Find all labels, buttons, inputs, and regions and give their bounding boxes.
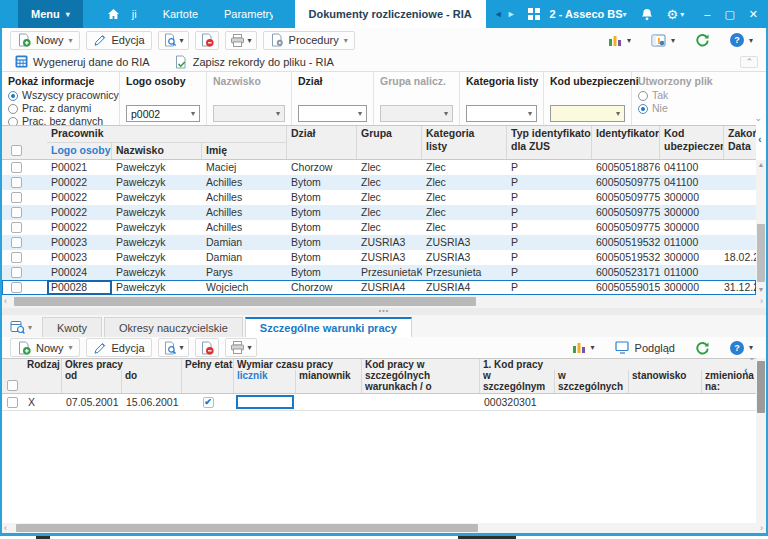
cell-kod1-charakterze[interactable]: 000320301 — [480, 394, 555, 411]
detail-table-row[interactable]: X 07.05.2001 15.06.2001 000320301 — [2, 394, 756, 411]
employee-cell[interactable]: Pawełczyk — [112, 160, 202, 175]
employee-cell[interactable]: Bytom — [287, 205, 357, 220]
row-checkbox[interactable] — [11, 237, 22, 248]
tab-kwoty[interactable]: Kwoty — [42, 317, 102, 337]
minimize-button[interactable]: – — [704, 8, 710, 21]
detail-search-button[interactable]: ▾ — [158, 338, 189, 357]
employee-cell[interactable]: Pawełczyk — [112, 280, 202, 295]
tab-scroll-right-icon[interactable]: ► — [507, 9, 516, 19]
column-header-licznik[interactable]: licznik — [234, 370, 296, 393]
logo-osoby-combobox[interactable]: p0002▾ — [126, 105, 200, 122]
employee-cell[interactable]: Damian — [202, 235, 287, 250]
kod-ubezpieczenia-combobox[interactable]: ▾ — [550, 105, 625, 122]
employee-cell[interactable]: Pawełczyk — [112, 205, 202, 220]
column-header-do[interactable]: do — [122, 370, 182, 393]
cell-zmieniona[interactable] — [702, 394, 756, 411]
column-header-w-szczegolnym-charakterze[interactable]: w szczególnymcharakterze — [480, 370, 555, 393]
employee-cell[interactable]: Bytom — [287, 190, 357, 205]
kategoria-combobox[interactable]: ▾ — [466, 105, 537, 122]
employee-cell[interactable]: 60050519532 — [592, 235, 660, 250]
chart-button[interactable]: ▾ — [603, 31, 636, 50]
generate-ria-button[interactable]: Wygeneruj dane do RIA — [10, 52, 155, 71]
column-header-pracownik[interactable]: Pracownik — [47, 126, 287, 143]
employee-cell[interactable]: Achilles — [202, 205, 287, 220]
column-header-logo-osoby[interactable]: Logo osoby — [47, 143, 112, 159]
column-header-kategoria-listy[interactable]: Kategorialisty — [422, 126, 507, 159]
employee-cell[interactable]: Pawełczyk — [112, 175, 202, 190]
employee-row[interactable]: P00021PawełczykMaciejChorzowZlecZlecP600… — [2, 160, 756, 175]
employee-cell[interactable]: 60050523171 — [592, 265, 660, 280]
employee-cell[interactable]: Zlec — [422, 220, 507, 235]
row-checkbox[interactable] — [11, 207, 22, 218]
pokaz-radio[interactable] — [8, 104, 18, 114]
column-header-w-szczegolnych-warunkach[interactable]: w szczególnychwarunkach — [555, 370, 629, 393]
employee-cell[interactable]: Przesunieta — [422, 265, 507, 280]
employee-cell[interactable]: 011000 — [660, 235, 724, 250]
column-header-dzial[interactable]: Dział — [287, 126, 357, 159]
tab-szczegolne-warunki-pracy[interactable]: Szczególne warunki pracy — [245, 317, 412, 337]
employee-cell[interactable]: P — [507, 265, 592, 280]
expand-panel-icon[interactable]: ⌄ — [754, 113, 762, 123]
employee-cell[interactable] — [724, 220, 756, 235]
search-button[interactable]: ▾ — [158, 31, 189, 50]
truncated-tab[interactable]: ji — [132, 8, 137, 20]
employee-cell[interactable]: Achilles — [202, 220, 287, 235]
employee-row[interactable]: P00023PawełczykDamianBytomZUSRIA3ZUSRIA3… — [2, 235, 756, 250]
utworzony-radio[interactable] — [638, 91, 648, 101]
employee-cell[interactable] — [724, 235, 756, 250]
tab-parametry[interactable]: Parametry - wprowadzanie w — [224, 8, 273, 20]
employee-cell[interactable]: 041100 — [660, 160, 724, 175]
employee-cell[interactable]: P — [507, 220, 592, 235]
cell-mianownik[interactable] — [296, 394, 362, 411]
column-header-typ-identyfikatora[interactable]: Typ identyfikatoradla ZUS — [507, 126, 592, 159]
employee-row[interactable]: P00024PawełczykParysBytomPrzesunietaKSPr… — [2, 265, 756, 280]
employee-cell[interactable]: 60050509775 — [592, 190, 660, 205]
pelny-etat-checkbox[interactable] — [203, 397, 214, 408]
cell-od[interactable]: 07.05.2001 — [62, 394, 122, 411]
employee-cell[interactable]: Pawełczyk — [112, 190, 202, 205]
employee-row[interactable]: P00022PawełczykAchillesBytomZlecZlecP600… — [2, 190, 756, 205]
save-records-button[interactable]: Zapisz rekordy do pliku - RIA — [169, 52, 339, 71]
home-icon[interactable] — [107, 8, 120, 20]
employee-cell[interactable]: PrzesunietaKS — [357, 265, 422, 280]
scrollbar-thumb[interactable] — [757, 361, 765, 413]
employee-cell[interactable]: 60050509775 — [592, 175, 660, 190]
nazwisko-combobox[interactable]: ▾ — [213, 105, 285, 122]
radio-option[interactable]: Prac. z danymi — [8, 102, 113, 115]
employee-cell[interactable]: 60050559015 — [592, 280, 660, 295]
collapse-panel-icon[interactable]: ⌃ — [740, 56, 758, 68]
employee-cell[interactable]: Bytom — [287, 175, 357, 190]
menu-button[interactable]: Menu ▾ — [18, 0, 83, 28]
employee-cell[interactable] — [724, 265, 756, 280]
employee-cell[interactable]: Bytom — [287, 265, 357, 280]
detail-select-all-checkbox[interactable] — [7, 380, 18, 391]
employee-cell[interactable]: Zlec — [422, 190, 507, 205]
employee-cell[interactable]: Pawełczyk — [112, 265, 202, 280]
select-all-checkbox[interactable] — [11, 145, 22, 156]
employee-cell[interactable]: P — [507, 175, 592, 190]
gear-dropdown-icon[interactable]: ▾ — [680, 10, 684, 19]
cell-kod1-warunkach[interactable] — [555, 394, 629, 411]
employee-cell[interactable]: Bytom — [287, 220, 357, 235]
employee-cell[interactable]: P — [507, 205, 592, 220]
employee-cell[interactable]: ZUSRIA4 — [357, 280, 422, 295]
cell-do[interactable]: 15.06.2001 — [122, 394, 182, 411]
column-header-od[interactable]: od — [62, 370, 122, 393]
employee-cell[interactable]: P00022 — [47, 190, 112, 205]
employee-cell[interactable]: P00024 — [47, 265, 112, 280]
employee-cell[interactable]: ZUSRIA3 — [357, 235, 422, 250]
new-button[interactable]: Nowy ▾ — [10, 31, 80, 50]
refresh-button[interactable] — [690, 31, 715, 50]
employee-cell[interactable]: Achilles — [202, 190, 287, 205]
employee-cell[interactable]: P — [507, 280, 592, 295]
employee-cell[interactable]: 300000 — [660, 220, 724, 235]
employee-cell[interactable]: 60050509775 — [592, 220, 660, 235]
scroll-left-icon[interactable]: ‹ — [4, 295, 7, 308]
cell-kod-pracy[interactable] — [362, 394, 480, 411]
employee-cell[interactable]: ZUSRIA4 — [422, 280, 507, 295]
employee-row[interactable]: P00028PawełczykWojciechChorzowZUSRIA4ZUS… — [2, 280, 756, 295]
employee-cell[interactable]: ZUSRIA3 — [422, 250, 507, 265]
tab-okresy-nauczycielskie[interactable]: Okresy nauczycielskie — [104, 317, 243, 337]
column-header-zakonczenia[interactable]: ZakońcData — [724, 126, 756, 159]
scroll-right-icon[interactable]: › — [760, 295, 763, 308]
